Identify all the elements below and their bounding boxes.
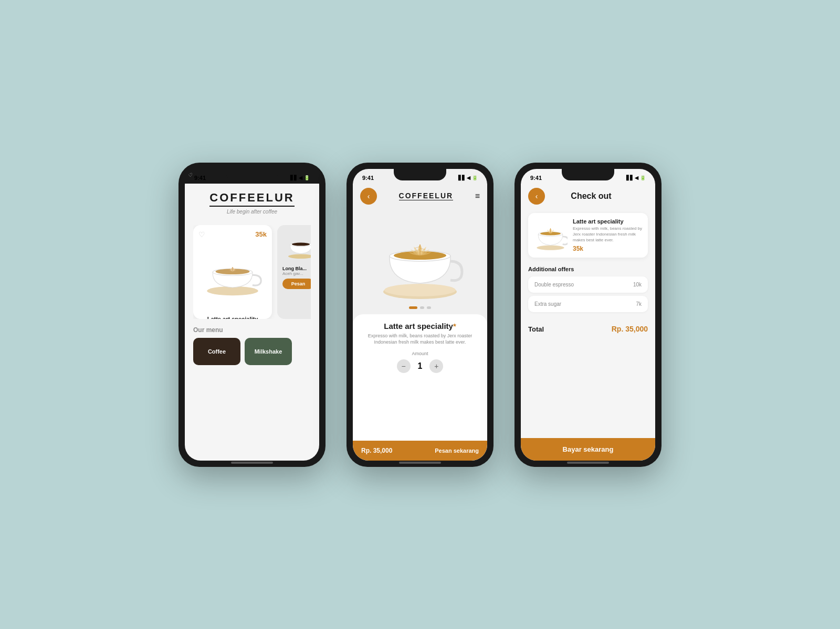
- amount-section: Amount − 1 +: [361, 351, 479, 373]
- favorite-icon[interactable]: ♡: [198, 230, 205, 239]
- total-label: Total: [528, 325, 544, 333]
- product-desc-2: Aceh gav...: [282, 271, 311, 276]
- additional-item-1[interactable]: Double espresso 10k: [528, 276, 648, 293]
- dot-inactive-1: [420, 306, 424, 309]
- home-content: COFFEELUR Life begin after coffee ♡ 35k: [185, 184, 319, 461]
- svg-point-4: [288, 254, 311, 259]
- category-coffee[interactable]: Coffee: [193, 338, 240, 365]
- menu-icon[interactable]: ≡: [475, 191, 480, 201]
- menu-categories: Coffee Milkshake: [193, 338, 311, 365]
- brand-name: COFFEELUR: [209, 191, 294, 207]
- price-tag: 35k: [255, 230, 267, 238]
- phone-checkout: 9:41 ▋▋ ◀ 🔋 ‹ Check out: [514, 163, 662, 467]
- category-milkshake-label: Milkshake: [255, 348, 282, 355]
- status-time-2: 9:41: [362, 175, 374, 181]
- additional-item-1-name: Double espresso: [534, 282, 574, 287]
- checkout-header: ‹ Check out: [521, 184, 655, 209]
- back-button[interactable]: ‹: [360, 188, 377, 205]
- pesan-button-2[interactable]: Pesan: [282, 279, 311, 289]
- additional-item-2-price: 7k: [636, 301, 642, 307]
- brand-section: COFFEELUR Life begin after coffee: [193, 184, 311, 220]
- status-icons: ▋▋ ◀ 🔋: [290, 175, 310, 180]
- product-name-1: Latte art speciality: [198, 316, 267, 319]
- phone-home: 9:41 ▋▋ ◀ 🔋 COFFEELUR Life begin after c…: [178, 163, 326, 467]
- menu-label: Our menu: [193, 326, 311, 334]
- increase-button[interactable]: +: [429, 359, 443, 373]
- product-card-1[interactable]: ♡ 35k: [193, 225, 272, 319]
- checkout-item-info: Latte art speciality Expresso with milk,…: [573, 218, 643, 253]
- dot-active: [409, 306, 417, 309]
- pay-button[interactable]: Bayar sekarang: [521, 438, 655, 461]
- checkout-item-desc: Expresso with milk, beans roasted by Jer…: [573, 226, 643, 243]
- phone-home-bar: [231, 462, 273, 464]
- phone-home-bar-3: [567, 462, 609, 464]
- category-milkshake[interactable]: Milkshake: [245, 338, 292, 365]
- checkout-item-name: Latte art speciality: [573, 218, 643, 225]
- phone-home-bar-2: [399, 462, 441, 464]
- phone-notch: [226, 169, 278, 180]
- product-title-text: Latte art speciality: [384, 322, 453, 331]
- additional-item-2-name: Extra sugar: [534, 301, 561, 307]
- checkout-item-card: Latte art speciality Expresso with milk,…: [528, 213, 648, 258]
- amount-label: Amount: [361, 351, 479, 356]
- phone-notch-2: [394, 169, 446, 180]
- checkout-title: Check out: [551, 191, 631, 201]
- product-detail-title: Latte art speciality*: [361, 322, 479, 331]
- detail-header: ‹ COFFEELUR ≡: [353, 184, 487, 209]
- status-icons-3: ▋▋ ◀ 🔋: [626, 175, 646, 180]
- phone-detail: 9:41 ▋▋ ◀ 🔋 ‹ COFFEELUR ≡: [346, 163, 494, 467]
- svg-point-8: [384, 284, 456, 296]
- detail-hero: [353, 209, 487, 306]
- status-time-3: 9:41: [530, 175, 542, 181]
- detail-info: Latte art speciality* Expresso with milk…: [353, 314, 487, 441]
- detail-bottom-bar: Rp. 35,000 Pesan sekarang: [353, 441, 487, 461]
- detail-price: Rp. 35,000: [361, 447, 392, 454]
- total-row: Total Rp. 35,000: [521, 319, 655, 338]
- product-detail-desc: Expresso with milk, beans roasted by Jer…: [361, 333, 479, 346]
- star-icon: *: [453, 322, 456, 331]
- product-card-2[interactable]: ♡ Long Bla... Aceh gav... Pesan: [277, 225, 311, 319]
- quantity-value: 1: [418, 361, 423, 371]
- cards-row: ♡ 35k: [193, 225, 311, 319]
- product-name-2: Long Bla...: [282, 266, 311, 271]
- checkout-item-price: 35k: [573, 245, 643, 252]
- amount-controls: − 1 +: [361, 359, 479, 373]
- brand-tagline: Life begin after coffee: [193, 209, 311, 215]
- additional-item-1-price: 10k: [633, 282, 642, 287]
- dot-inactive-2: [427, 306, 431, 309]
- total-price: Rp. 35,000: [612, 325, 648, 333]
- status-time: 9:41: [194, 175, 206, 181]
- svg-point-6: [292, 242, 310, 246]
- decrease-button[interactable]: −: [397, 359, 411, 373]
- checkout-back-button[interactable]: ‹: [528, 188, 545, 205]
- hero-latte-image: [368, 214, 472, 303]
- phones-container: 9:41 ▋▋ ◀ 🔋 COFFEELUR Life begin after c…: [178, 163, 662, 467]
- checkout-item-image: [533, 218, 568, 252]
- additional-item-2[interactable]: Extra sugar 7k: [528, 296, 648, 312]
- svg-point-16: [537, 245, 564, 250]
- additional-title: Additional offers: [528, 266, 648, 272]
- latte-image: [198, 230, 267, 314]
- brand-name-detail: COFFEELUR: [399, 191, 454, 200]
- category-coffee-label: Coffee: [208, 348, 226, 355]
- carousel-dots: [353, 306, 487, 309]
- black-coffee-image: [282, 230, 311, 262]
- status-icons-2: ▋▋ ◀ 🔋: [458, 175, 478, 180]
- phone-notch-3: [562, 169, 614, 180]
- order-button[interactable]: Pesan sekarang: [435, 447, 479, 454]
- additional-section: Additional offers Double espresso 10k Ex…: [521, 262, 655, 319]
